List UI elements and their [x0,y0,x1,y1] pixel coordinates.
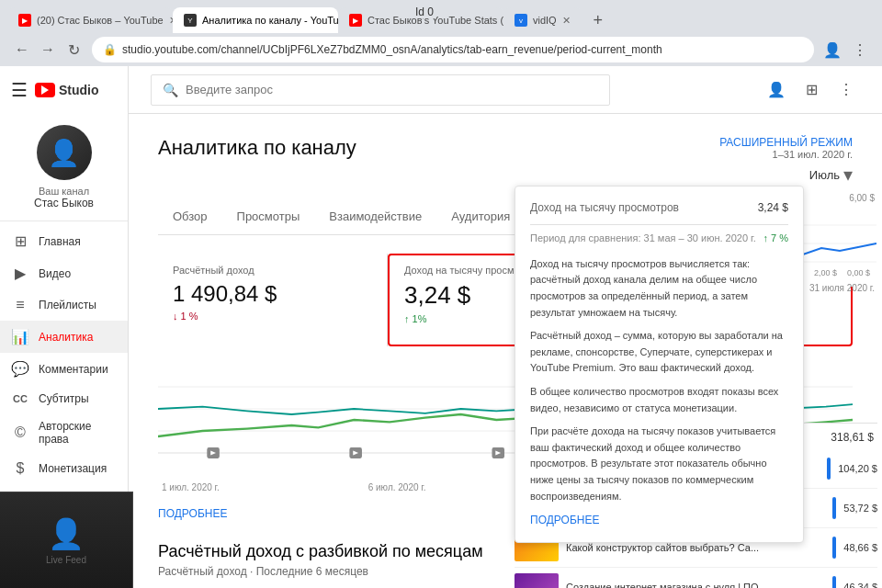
video-bar-1 [832,497,836,519]
nav-buttons: ← → ↻ [11,39,85,61]
url-bar[interactable]: 🔒 studio.youtube.com/channel/UCbIjPF6LXe… [92,37,814,62]
webcam-overlay: 👤 Live Feed [0,492,133,588]
sidebar-item-dashboard[interactable]: ⊞ Главная [0,225,128,257]
svg-text:0,00 $: 0,00 $ [847,268,870,277]
id-label: Id 0 [413,6,435,18]
avatar: 👤 [37,125,92,180]
account-icon[interactable]: 👤 [821,39,843,61]
advanced-mode-button[interactable]: РАСШИРЕННЫЙ РЕЖИМ [719,136,853,149]
tooltip-stat-row: Доход на тысячу просмотров 3,24 $ [530,199,788,225]
tab-views[interactable]: Просмотры [222,200,315,235]
top-bar: 🔍 👤 ⊞ ⋮ [129,66,882,114]
copyright-icon: © [11,424,29,441]
dashboard-icon: ⊞ [11,232,29,250]
sidebar-item-comments[interactable]: 💬 Комментарии [0,353,128,385]
tab-close-4[interactable]: ✕ [562,15,571,27]
grid-icon[interactable]: ⊞ [797,76,825,104]
sidebar-item-subtitles[interactable]: CC Субтитры [0,385,128,413]
tab-favicon-1: ▶ [18,14,31,27]
tab-favicon-4: v [514,14,527,27]
analytics-icon: 📊 [11,328,29,345]
sidebar-item-copyright[interactable]: © Авторские права [0,413,128,453]
browser-tab-4[interactable]: v vidIQ ✕ [503,7,582,33]
search-icon: 🔍 [163,83,178,97]
browser-tab-2[interactable]: Y Аналитика по каналу - YouTu... ✕ [173,7,338,33]
menu-dots-icon[interactable]: ⋮ [832,76,860,104]
tab-audience[interactable]: Аудитория [436,200,525,235]
video-bar-2 [832,537,836,559]
tab-overview[interactable]: Обзор [158,200,222,235]
address-bar: ← → ↻ 🔒 studio.youtube.com/channel/UCbIj… [0,33,882,66]
menu-icon[interactable]: ⋮ [849,39,871,61]
period-selector[interactable]: Июль ▾ [809,164,853,186]
tooltip-more-link[interactable]: ПОДРОБНЕЕ [530,512,788,529]
browser-chrome: ▶ (20) Стас Быков – YouTube ✕ Y Аналитик… [0,0,882,66]
video-icon: ▶ [11,265,29,282]
video-thumb-3 [514,573,559,588]
tab-favicon-2: Y [184,14,197,27]
sidebar-item-playlists[interactable]: ≡ Плейлисты [0,289,128,321]
search-input[interactable] [186,83,598,96]
sidebar-item-monetization[interactable]: $ Монетизация [0,453,128,484]
video-bar-0 [827,458,831,480]
playlists-icon: ≡ [11,297,29,313]
tooltip-compare-row: Период для сравнения: 31 мая – 30 июн. 2… [530,231,788,247]
comments-icon: 💬 [11,360,29,378]
yt-studio-logo: Studio [35,83,99,97]
monetization-icon: $ [11,460,29,477]
browser-icons: 👤 ⋮ [821,39,871,61]
lock-icon: 🔒 [103,43,117,56]
forward-button[interactable]: → [37,39,59,61]
avatar-small-icon[interactable]: 👤 [763,76,790,104]
tab-bar: ▶ (20) Стас Быков – YouTube ✕ Y Аналитик… [0,0,882,33]
add-tab-button[interactable]: + [585,7,611,33]
search-bar-container: 🔍 [151,74,610,106]
tab-favicon-3: ▶ [349,14,362,27]
subtitles-icon: CC [11,393,29,404]
page-title: Аналитика по каналу [158,136,356,160]
back-button[interactable]: ← [11,39,33,61]
metric-0-change: ↓ 1 % [173,311,372,322]
header-right: РАСШИРЕННЫЙ РЕЖИМ 1–31 июл. 2020 г. Июль… [719,136,853,186]
svg-text:2,00 $: 2,00 $ [814,268,837,277]
yt-play-icon [41,85,49,95]
video-bar-3 [832,576,836,588]
yt-logo-icon [35,83,55,97]
chevron-down-icon: ▾ [843,164,853,186]
browser-tab-1[interactable]: ▶ (20) Стас Быков – YouTube ✕ [7,7,173,33]
refresh-button[interactable]: ↻ [62,39,85,61]
tab-engagement[interactable]: Взаимодействие [314,200,436,235]
hamburger-icon[interactable]: ☰ [11,79,28,101]
tooltip-panel: Доход на тысячу просмотров 3,24 $ Период… [514,186,804,543]
sidebar-header: ☰ Studio [0,66,128,114]
sidebar-item-video[interactable]: ▶ Видео [0,257,128,289]
metric-estimated-revenue: Расчётный доход 1 490,84 $ ↓ 1 % [158,254,388,346]
sidebar-item-analytics[interactable]: 📊 Аналитика [0,321,128,353]
video-item-3: Создание интернет магазина с нуля | ПО .… [514,568,877,588]
date-range: 1–31 июл. 2020 г. [773,149,853,160]
channel-info: 👤 Ваш канал Стас Быков [0,114,128,221]
page-header: Аналитика по каналу РАСШИРЕННЫЙ РЕЖИМ 1–… [158,136,853,186]
top-icons: 👤 ⊞ ⋮ [763,76,860,104]
